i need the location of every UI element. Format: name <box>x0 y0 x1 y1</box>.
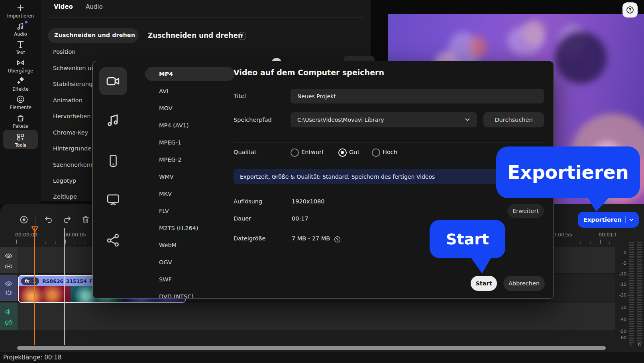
record-icon[interactable] <box>19 215 29 224</box>
panel-item-szenenerkenn[interactable]: Szenenerkenn <box>53 162 94 170</box>
panel-item-hervorheben[interactable]: Hervorheben <box>53 113 90 122</box>
tools-icon <box>16 133 25 142</box>
tab-audio[interactable]: Audio <box>86 3 103 14</box>
tab-video[interactable]: Video <box>54 3 73 14</box>
link-off-icon[interactable] <box>4 318 13 327</box>
help-button[interactable] <box>622 2 638 18</box>
effects-icon <box>16 76 25 86</box>
trash-icon[interactable] <box>81 215 90 224</box>
horizontal-scrollbar[interactable] <box>17 346 606 350</box>
quality-option-label: Entwurf <box>301 149 324 155</box>
meter-scale--50: -50 <box>613 329 626 334</box>
position-marker-line <box>64 228 65 345</box>
format-item-mp4[interactable]: MP4 <box>145 67 235 81</box>
track-header-0 <box>0 247 18 273</box>
ruler-tick <box>571 242 571 244</box>
sidebar-item-audio[interactable]: Audio <box>0 21 41 39</box>
detail-value-0: 1920x1080 <box>292 198 324 205</box>
meter-scale--60: -60 <box>613 335 626 340</box>
meter-scale--15: -15 <box>613 282 626 287</box>
dialog-title: Video auf dem Computer speichern <box>234 68 384 77</box>
format-item-avi[interactable]: AVI <box>148 84 230 98</box>
chevron-down-icon <box>465 118 470 121</box>
ruler-tick <box>26 242 26 244</box>
quality-radio-hoch[interactable] <box>372 148 380 157</box>
format-item-mkv[interactable]: MKV <box>148 187 230 201</box>
browse-button[interactable]: Durchsuchen <box>483 112 544 127</box>
panel-item-position[interactable]: Position <box>53 49 75 57</box>
format-item-mpeg-1[interactable]: MPEG-1 <box>148 135 230 149</box>
advanced-button[interactable]: Erweitert <box>507 204 544 218</box>
format-item-webm[interactable]: WebM <box>148 238 230 252</box>
sidebar-item-text[interactable]: Text <box>0 39 41 57</box>
sidebar-item-tools[interactable]: Tools <box>0 132 41 150</box>
export-button[interactable]: Exportieren <box>578 212 639 228</box>
format-item-mpeg-2[interactable]: MPEG-2 <box>148 152 230 166</box>
sidebar-item-importieren[interactable]: Importieren <box>0 2 41 21</box>
title-input[interactable]: Neues Projekt <box>291 89 544 103</box>
path-select[interactable]: C:\Users\Videos\Movavi Library <box>291 112 477 127</box>
keyframes-icon[interactable] <box>4 289 13 297</box>
detail-label-1: Dauer <box>234 215 251 222</box>
project-length-label: Projektlänge: 00:18 <box>3 354 61 361</box>
ruler-tick <box>609 242 610 244</box>
sidebar-item-pakete[interactable]: Pakete <box>0 113 41 131</box>
packages-icon <box>16 113 25 123</box>
help-icon[interactable]: ? <box>238 32 246 40</box>
tv-icon[interactable] <box>105 191 121 207</box>
format-item-dvd-ntsc-[interactable]: DVD (NTSC) <box>148 289 230 299</box>
sidebar-item-label: Tools <box>0 142 41 148</box>
clip-fx-badge[interactable]: fx· 1 <box>21 277 39 285</box>
ruler-tick <box>55 242 56 244</box>
undo-icon[interactable] <box>44 215 53 224</box>
audio-meter-left <box>629 242 634 343</box>
share-icon[interactable] <box>105 232 121 248</box>
meter-scale--30: -30 <box>613 305 626 310</box>
format-item-wmv[interactable]: WMV <box>148 170 230 183</box>
sidebar-item-elemente[interactable]: Elemente <box>0 94 41 112</box>
chevron-down-icon[interactable] <box>629 218 633 222</box>
speaker-icon[interactable] <box>4 308 13 316</box>
sidebar-item-label: Übergänge <box>0 68 41 74</box>
format-item-swf[interactable]: SWF <box>148 272 230 286</box>
playhead-line[interactable] <box>34 226 35 345</box>
detail-label-0: Auflösung <box>234 198 262 205</box>
start-button[interactable]: Start <box>471 276 497 291</box>
eye-icon[interactable] <box>4 252 13 260</box>
sidebar-item-label: Text <box>0 50 41 55</box>
track-lane-2[interactable] <box>0 302 615 330</box>
question-icon[interactable] <box>334 236 341 243</box>
eye-icon[interactable] <box>4 279 13 288</box>
status-bar: Projektlänge: 00:18 <box>0 352 644 363</box>
format-item-m2ts-h-264-[interactable]: M2TS (H.264) <box>148 221 230 235</box>
panel-item-zuschneiden-selected[interactable]: Zuschneiden und drehen <box>48 28 139 43</box>
playhead-icon[interactable] <box>31 226 39 236</box>
panel-item-logotyp[interactable]: Logotyp <box>53 178 76 186</box>
meter-scale--40: -40 <box>613 317 626 322</box>
meter-scale-0: 0 <box>613 250 626 255</box>
app-window: { "colors": {"accent_blue":"#1544f5","pl… <box>0 0 644 363</box>
ruler-tick <box>561 242 561 244</box>
panel-item-stabilisierung[interactable]: Stabilisierung <box>53 81 92 90</box>
video-camera-icon[interactable] <box>105 73 121 89</box>
music-note-icon[interactable] <box>105 112 121 128</box>
smartphone-icon[interactable] <box>105 153 121 169</box>
panel-item-hintergrunde[interactable]: Hintergrunde <box>53 145 91 154</box>
format-item-mov[interactable]: MOV <box>148 101 230 115</box>
cancel-button[interactable]: Abbrechen <box>503 276 545 291</box>
format-item-flv[interactable]: FLV <box>148 204 230 218</box>
quality-radio-gut[interactable] <box>338 148 347 157</box>
panel-item-schwenken-ur[interactable]: Schwenken ur <box>53 65 94 74</box>
redo-icon[interactable] <box>62 215 72 224</box>
panel-item-chroma-key[interactable]: Chroma-Key <box>53 129 88 138</box>
sidebar-item-effekte[interactable]: Effekte <box>0 76 41 94</box>
format-item-ogv[interactable]: OGV <box>148 255 230 269</box>
link-icon[interactable] <box>4 262 13 271</box>
quality-radio-entwurf[interactable] <box>291 148 299 157</box>
format-item-mp4-av1-[interactable]: MP4 (AV1) <box>148 118 230 132</box>
panel-item-animation[interactable]: Animation <box>53 97 82 106</box>
ruler-tick <box>75 242 75 244</box>
sidebar-item-label: Pakete <box>0 123 41 129</box>
panel-item-zeitlupe[interactable]: Zeitlupe <box>53 193 77 202</box>
sidebar-item-übergänge[interactable]: Übergänge <box>0 57 41 76</box>
